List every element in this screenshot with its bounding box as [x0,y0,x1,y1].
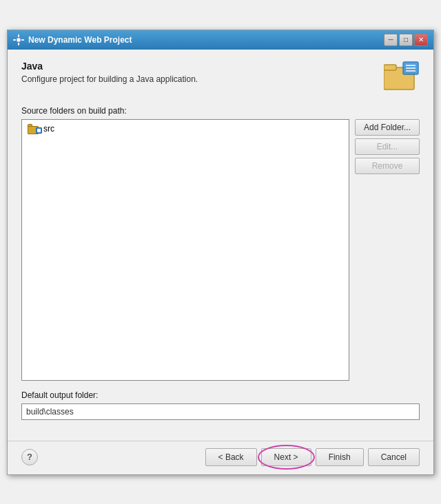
list-item: src [25,123,346,136]
maximize-button[interactable]: □ [399,34,413,46]
svg-rect-3 [13,39,16,41]
bottom-bar: ? < Back Next > Finish Cancel [8,441,433,474]
source-folders-label: Source folders on build path: [21,106,420,116]
svg-point-0 [17,38,21,42]
next-button[interactable]: Next > [261,448,311,466]
bottom-left: ? [21,449,38,465]
src-folder-label: src [43,124,54,134]
svg-rect-4 [21,39,24,41]
side-buttons: Add Folder... Edit... Remove [355,119,420,381]
output-folder-input[interactable] [21,403,420,420]
src-folder-icon [28,124,40,134]
bottom-right: < Back Next > Finish Cancel [205,448,420,466]
source-folders-area: src Add Folder... Edit... Remove [21,119,420,381]
header-text: Java Configure project for building a Ja… [21,61,384,95]
section-title: Java [21,61,384,72]
window-icon [13,34,24,45]
next-button-wrapper: Next > [261,448,311,466]
folder-list: src [21,119,349,381]
close-button[interactable]: ✕ [414,34,428,46]
section-desc: Configure project for building a Java ap… [21,74,384,84]
title-bar-controls: ─ □ ✕ [384,34,428,46]
main-window: New Dynamic Web Project ─ □ ✕ Java Confi… [7,30,434,475]
svg-rect-6 [384,65,396,70]
add-folder-button[interactable]: Add Folder... [355,119,420,136]
output-folder-label: Default output folder: [21,390,420,400]
remove-button[interactable]: Remove [355,158,420,174]
title-bar-left: New Dynamic Web Project [13,34,132,45]
title-bar: New Dynamic Web Project ─ □ ✕ [8,30,433,50]
header-area: Java Configure project for building a Ja… [21,61,420,95]
cancel-button[interactable]: Cancel [368,448,420,466]
help-button[interactable]: ? [21,449,38,465]
svg-rect-1 [18,34,19,37]
window-content: Java Configure project for building a Ja… [8,50,433,441]
finish-button[interactable]: Finish [316,448,364,466]
edit-button[interactable]: Edit... [355,138,420,155]
output-folder-area: Default output folder: [21,390,420,420]
window-title: New Dynamic Web Project [28,35,132,45]
svg-rect-2 [18,43,19,45]
header-folder-icon [384,61,420,92]
minimize-button[interactable]: ─ [384,34,398,46]
back-button[interactable]: < Back [205,448,257,466]
